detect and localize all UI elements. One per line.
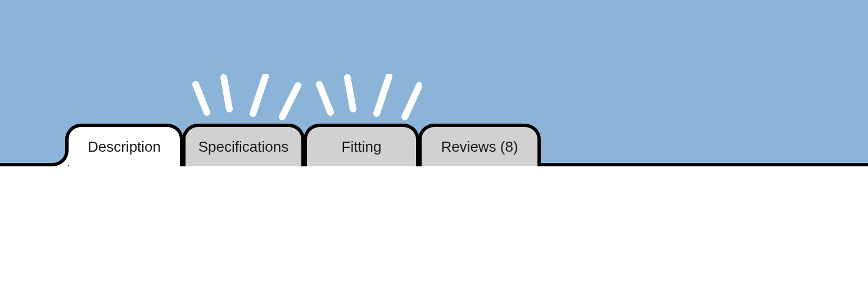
tab-content-area bbox=[0, 166, 868, 281]
tab-reviews[interactable]: Reviews (8) bbox=[418, 124, 541, 166]
tab-fitting[interactable]: Fitting bbox=[304, 124, 419, 166]
tab-description[interactable]: Description bbox=[65, 124, 183, 166]
tab-list: Description Specifications Fitting Revie… bbox=[0, 124, 868, 166]
tab-specifications[interactable]: Specifications bbox=[182, 124, 305, 166]
tab-label: Fitting bbox=[342, 138, 382, 156]
tab-label: Reviews (8) bbox=[441, 138, 518, 156]
tab-label: Description bbox=[88, 138, 161, 156]
tab-label: Specifications bbox=[198, 138, 288, 156]
